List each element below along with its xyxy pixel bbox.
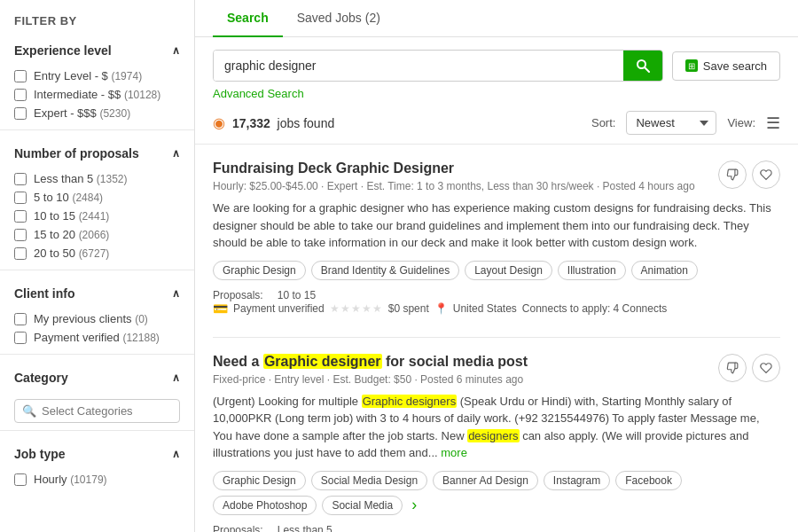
filter-item-15to20: 15 to 20 (2066) — [0, 225, 194, 244]
proposals-row-2: Proposals: Less than 5 — [213, 524, 780, 533]
proposals-val-1: 10 to 15 — [278, 289, 316, 301]
20to50-checkbox[interactable] — [14, 247, 27, 260]
job-description-2: (Urgent) Looking for multiple Graphic de… — [213, 393, 780, 462]
main-content: Search Saved Jobs (2) ⊞ Save search Adva… — [195, 0, 798, 532]
save-search-button[interactable]: ⊞ Save search — [672, 51, 780, 81]
intermediate-checkbox[interactable] — [14, 89, 27, 101]
tag-illustration[interactable]: Illustration — [558, 261, 626, 280]
more-tags-arrow[interactable]: › — [408, 496, 420, 515]
job-title-2[interactable]: Need a Graphic designer for social media… — [213, 354, 528, 370]
tag-layout-design[interactable]: Layout Design — [465, 261, 552, 280]
filter-section-experience: Experience level ∧ Entry Level - $ (1974… — [0, 35, 194, 122]
job-meta-1: Hourly: $25.00-$45.00 · Expert · Est. Ti… — [213, 180, 695, 192]
save-job-button-2[interactable] — [752, 354, 780, 382]
tags-row-2: Graphic Design Social Media Design Banne… — [213, 471, 780, 515]
more-link[interactable]: more — [441, 446, 467, 459]
prev-clients-checkbox[interactable] — [14, 313, 27, 325]
filter-item-intermediate: Intermediate - $$ (10128) — [0, 85, 194, 104]
tag-facebook[interactable]: Facebook — [615, 471, 682, 490]
advanced-search-link[interactable]: Advanced Search — [213, 87, 304, 100]
expert-checkbox[interactable] — [14, 107, 27, 120]
results-count: ◉ 17,332 jobs found — [213, 114, 334, 131]
experience-section-header[interactable]: Experience level ∧ — [0, 35, 194, 66]
tag-social-media-design[interactable]: Social Media Design — [311, 471, 427, 490]
filter-section-client: Client info ∧ My previous clients (0) Pa… — [0, 278, 194, 347]
search-button[interactable] — [623, 51, 662, 81]
tab-search[interactable]: Search — [213, 0, 283, 37]
category-search-input[interactable] — [42, 404, 172, 418]
dislike-button-1[interactable] — [718, 160, 747, 189]
highlight-graphic-designers: Graphic designers — [362, 395, 458, 408]
location-1: United States — [453, 302, 517, 315]
filter-item-20to50: 20 to 50 (6727) — [0, 244, 194, 262]
chevron-up-icon-2: ∧ — [172, 147, 180, 160]
spent-1: $0 spent — [388, 302, 429, 315]
tag-social-media[interactable]: Social Media — [322, 496, 403, 515]
payment-verified-checkbox[interactable] — [14, 332, 27, 344]
client-section-header[interactable]: Client info ∧ — [0, 278, 194, 309]
highlight-graphic-designer: Graphic designer — [263, 354, 382, 369]
tag-animation[interactable]: Animation — [631, 261, 698, 280]
tag-graphic-design-2[interactable]: Graphic Design — [213, 471, 306, 490]
tag-graphic-design-1[interactable]: Graphic Design — [213, 261, 306, 280]
rss-icon: ◉ — [213, 114, 225, 131]
less5-checkbox[interactable] — [14, 173, 27, 185]
search-input-wrap — [213, 50, 663, 82]
tabs-bar: Search Saved Jobs (2) — [195, 0, 798, 37]
entry-label[interactable]: Entry Level - $ (1974) — [34, 69, 142, 82]
hourly-checkbox[interactable] — [14, 473, 27, 486]
job-title-1[interactable]: Fundraising Deck Graphic Designer — [213, 160, 695, 176]
tag-banner-ad-design[interactable]: Banner Ad Design — [433, 471, 538, 490]
intermediate-label[interactable]: Intermediate - $$ (10128) — [34, 88, 160, 101]
sidebar: Filter By Experience level ∧ Entry Level… — [0, 0, 195, 532]
connects-1: Connects to apply: 4 Connects — [522, 302, 667, 315]
category-search-icon: 🔍 — [22, 404, 36, 418]
payment-info-1: 💳 Payment unverified ★★★★★ $0 spent 📍 Un… — [213, 301, 780, 316]
job-card-1: Fundraising Deck Graphic Designer Hourly… — [213, 145, 780, 338]
tag-instagram[interactable]: Instagram — [544, 471, 610, 490]
10to15-checkbox[interactable] — [14, 210, 27, 223]
job-description-1: We are looking for a graphic designer wh… — [213, 200, 780, 252]
tag-brand-identity[interactable]: Brand Identity & Guidelines — [311, 261, 459, 280]
payment-icon-1: 💳 — [213, 301, 228, 316]
filter-by-title: Filter By — [0, 11, 194, 35]
filter-section-proposals: Number of proposals ∧ Less than 5 (1352)… — [0, 137, 194, 262]
filter-item-payment-verified: Payment verified (12188) — [0, 328, 194, 347]
sort-label: Sort: — [591, 116, 615, 129]
highlight-designers: designers — [467, 429, 519, 442]
jobtype-label: Job type — [14, 447, 66, 461]
heart-icon — [760, 168, 772, 181]
sort-select[interactable]: Newest Relevance — [626, 111, 716, 135]
15to20-checkbox[interactable] — [14, 229, 27, 241]
chevron-up-icon-4: ∧ — [172, 372, 180, 384]
jobtype-section-header[interactable]: Job type ∧ — [0, 438, 194, 470]
proposals-row-1: Proposals: 10 to 15 — [213, 289, 780, 301]
save-job-button-1[interactable] — [752, 160, 780, 189]
category-section-header[interactable]: Category ∧ — [0, 362, 194, 394]
job-card-1-header: Fundraising Deck Graphic Designer Hourly… — [213, 160, 780, 200]
search-input[interactable] — [214, 51, 623, 81]
chevron-up-icon: ∧ — [172, 44, 180, 57]
filter-item-prev-clients: My previous clients (0) — [0, 309, 194, 328]
stars-1: ★★★★★ — [330, 302, 383, 315]
location-icon-1: 📍 — [434, 302, 448, 315]
expert-label[interactable]: Expert - $$$ (5230) — [34, 106, 130, 120]
proposals-label-1: Proposals: — [213, 289, 263, 301]
experience-label: Experience level — [14, 43, 112, 58]
view-list-icon[interactable]: ☰ — [766, 113, 780, 133]
filter-item-less5: Less than 5 (1352) — [0, 169, 194, 188]
proposals-section-header[interactable]: Number of proposals ∧ — [0, 137, 194, 169]
dislike-button-2[interactable] — [718, 354, 747, 382]
results-number: 17,332 jobs found — [232, 116, 334, 130]
5to10-checkbox[interactable] — [14, 192, 27, 204]
svg-line-1 — [645, 68, 649, 73]
entry-checkbox[interactable] — [14, 70, 27, 82]
filter-item-5to10: 5 to 10 (2484) — [0, 188, 194, 207]
tag-adobe-photoshop[interactable]: Adobe Photoshop — [213, 496, 317, 515]
job-card-2: Need a Graphic designer for social media… — [213, 338, 780, 533]
tags-row-1: Graphic Design Brand Identity & Guidelin… — [213, 261, 780, 280]
client-label: Client info — [14, 286, 74, 301]
tab-saved-jobs[interactable]: Saved Jobs (2) — [283, 0, 395, 37]
thumbs-down-icon — [726, 168, 739, 181]
filter-section-jobtype: Job type ∧ Hourly (10179) — [0, 438, 194, 489]
